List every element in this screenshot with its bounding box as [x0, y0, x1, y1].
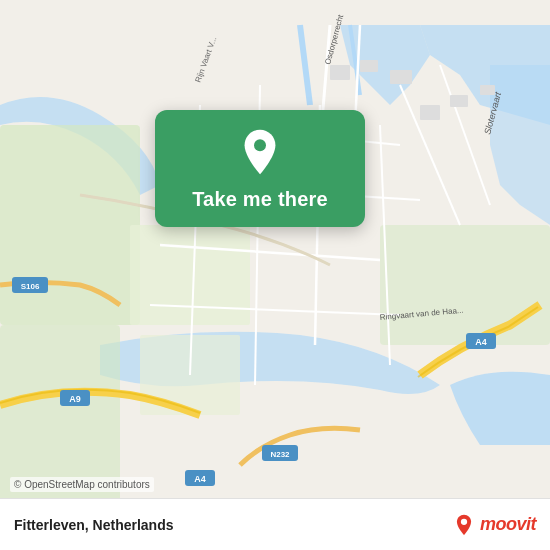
svg-text:A9: A9	[69, 394, 81, 404]
moovit-brand-text: moovit	[480, 514, 536, 535]
svg-text:A4: A4	[194, 474, 206, 484]
svg-rect-32	[390, 70, 412, 84]
map-background: A9 A4 S106 N232 A4	[0, 0, 550, 550]
svg-point-41	[461, 518, 467, 524]
bottom-bar: Fitterleven, Netherlands moovit	[0, 498, 550, 550]
svg-text:A4: A4	[475, 337, 487, 347]
svg-rect-34	[450, 95, 468, 107]
svg-rect-5	[380, 225, 550, 345]
location-label: Fitterleven, Netherlands	[14, 517, 174, 533]
svg-text:S106: S106	[21, 282, 40, 291]
svg-rect-30	[330, 65, 350, 80]
map-container: A9 A4 S106 N232 A4	[0, 0, 550, 550]
svg-point-40	[254, 139, 266, 151]
svg-rect-33	[420, 105, 440, 120]
moovit-logo: moovit	[453, 514, 536, 536]
location-pin-icon	[236, 128, 284, 176]
svg-rect-31	[360, 60, 378, 72]
copyright-text: © OpenStreetMap contributors	[10, 477, 154, 492]
svg-text:N232: N232	[270, 450, 290, 459]
take-me-there-popup[interactable]: Take me there	[155, 110, 365, 227]
svg-rect-3	[0, 125, 140, 325]
svg-rect-6	[130, 225, 250, 325]
moovit-pin-icon	[453, 514, 475, 536]
take-me-there-label: Take me there	[192, 188, 328, 211]
